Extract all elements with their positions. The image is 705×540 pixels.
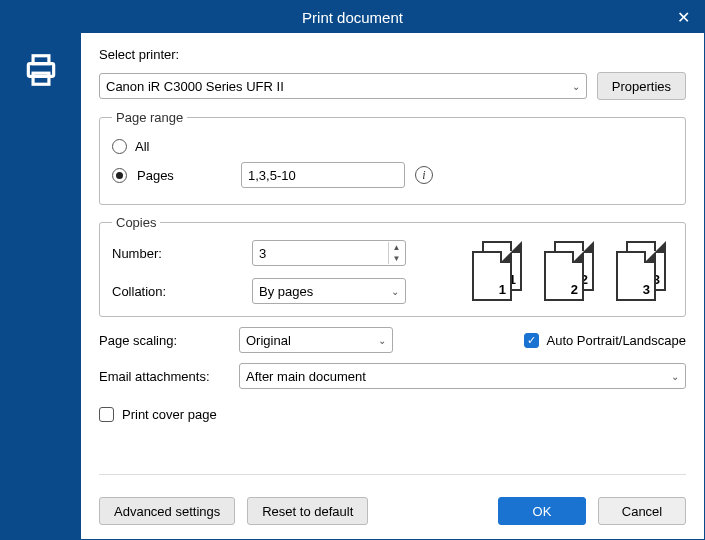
copies-legend: Copies [112, 215, 160, 230]
radio-pages-label: Pages [137, 168, 231, 183]
printer-select-value: Canon iR C3000 Series UFR II [106, 79, 284, 94]
page-scaling-value: Original [246, 333, 291, 348]
collation-preview: 1 1 2 2 3 3 [472, 241, 670, 303]
copies-group: Copies Number: ▲ ▼ [99, 215, 686, 317]
ok-label: OK [533, 504, 552, 519]
footer: Advanced settings Reset to default OK Ca… [99, 485, 686, 525]
cancel-button[interactable]: Cancel [598, 497, 686, 525]
radio-pages[interactable] [112, 168, 127, 183]
auto-orient-checkbox[interactable] [524, 333, 539, 348]
attachments-value: After main document [246, 369, 366, 384]
attachments-row: Email attachments: After main document ⌄ [99, 363, 686, 389]
print-dialog: Print document ✕ Select printer: Canon i… [0, 0, 705, 540]
titlebar: Print document ✕ [1, 1, 704, 33]
pages-input[interactable] [241, 162, 405, 188]
chevron-up-icon[interactable]: ▲ [389, 242, 404, 253]
radio-all-label: All [135, 139, 149, 154]
collation-select[interactable]: By pages ⌄ [252, 278, 406, 304]
printer-icon [22, 51, 60, 539]
divider [99, 474, 686, 475]
radio-all[interactable] [112, 139, 127, 154]
collation-select-value: By pages [259, 284, 313, 299]
page-stack-3: 3 3 [616, 241, 670, 303]
copies-number-input[interactable] [252, 240, 406, 266]
attachments-label: Email attachments: [99, 369, 229, 384]
close-button[interactable]: ✕ [662, 1, 704, 33]
dialog-body: Select printer: Canon iR C3000 Series UF… [1, 33, 704, 539]
printer-select[interactable]: Canon iR C3000 Series UFR II ⌄ [99, 73, 587, 99]
info-icon[interactable]: i [415, 166, 433, 184]
page-scaling-select[interactable]: Original ⌄ [239, 327, 393, 353]
advanced-settings-button[interactable]: Advanced settings [99, 497, 235, 525]
cover-page-checkbox[interactable] [99, 407, 114, 422]
chevron-down-icon: ⌄ [572, 81, 580, 92]
chevron-down-icon: ⌄ [391, 286, 399, 297]
attachments-select[interactable]: After main document ⌄ [239, 363, 686, 389]
ok-button[interactable]: OK [498, 497, 586, 525]
advanced-settings-label: Advanced settings [114, 504, 220, 519]
copies-number-label: Number: [112, 246, 242, 261]
sidebar [1, 33, 81, 539]
reset-default-label: Reset to default [262, 504, 353, 519]
auto-orient-label: Auto Portrait/Landscape [547, 333, 686, 348]
reset-default-button[interactable]: Reset to default [247, 497, 368, 525]
properties-button-label: Properties [612, 79, 671, 94]
page-stack-1: 1 1 [472, 241, 526, 303]
properties-button[interactable]: Properties [597, 72, 686, 100]
page-range-group: Page range All Pages i [99, 110, 686, 205]
collation-label: Collation: [112, 284, 242, 299]
scaling-row: Page scaling: Original ⌄ Auto Portrait/L… [99, 327, 686, 353]
chevron-down-icon: ⌄ [378, 335, 386, 346]
main-panel: Select printer: Canon iR C3000 Series UF… [81, 33, 704, 539]
number-spinner[interactable]: ▲ ▼ [388, 242, 404, 264]
chevron-down-icon: ⌄ [671, 371, 679, 382]
select-printer-label: Select printer: [99, 47, 686, 62]
cover-page-label: Print cover page [122, 407, 217, 422]
page-scaling-label: Page scaling: [99, 333, 229, 348]
cancel-label: Cancel [622, 504, 662, 519]
page-stack-2: 2 2 [544, 241, 598, 303]
page-range-legend: Page range [112, 110, 187, 125]
window-title: Print document [302, 9, 403, 26]
close-icon: ✕ [677, 8, 690, 27]
chevron-down-icon[interactable]: ▼ [389, 253, 404, 264]
